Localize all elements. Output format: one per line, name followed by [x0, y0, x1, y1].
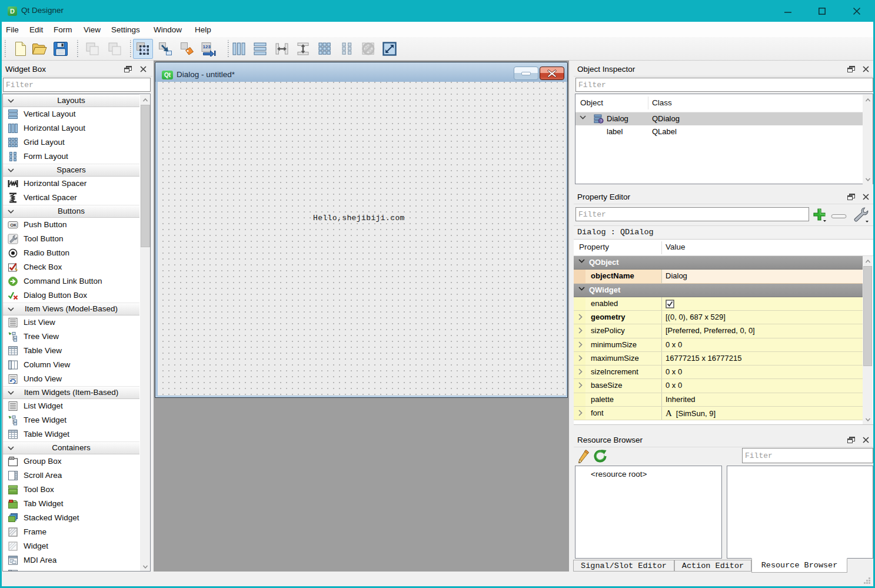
resource-browser-close-icon[interactable] — [863, 436, 872, 444]
widget-item-push-button[interactable]: OKPush Button — [3, 218, 139, 232]
widget-item-form-layout[interactable]: Form Layout — [3, 150, 139, 164]
widget-item-grid-layout[interactable]: Grid Layout — [3, 135, 139, 150]
scroll-up-button[interactable] — [863, 256, 873, 266]
widget-item-dock-widget[interactable]: Dock Widget — [3, 567, 139, 572]
widget-item-tool-button[interactable]: Tool Button — [3, 232, 139, 246]
widget-item-horizontal-layout[interactable]: Horizontal Layout — [3, 121, 139, 135]
menu-window[interactable]: Window — [154, 24, 182, 35]
object-inspector-float-icon[interactable] — [847, 65, 857, 74]
chevron-right-icon[interactable] — [578, 368, 583, 375]
widget-item-column-view[interactable]: Column View — [3, 358, 139, 372]
widget-item-list-widget[interactable]: List Widget — [3, 399, 139, 413]
widget-item-undo-view[interactable]: Undo View — [3, 372, 139, 386]
edit-signals-slots-button[interactable] — [155, 39, 175, 59]
layout-split-horizontal-button[interactable] — [272, 39, 292, 59]
object-inspector-close-icon[interactable] — [863, 65, 872, 74]
widget-item-tool-box[interactable]: Tool Box — [3, 483, 139, 497]
window-maximize-button[interactable] — [809, 0, 836, 22]
form-label[interactable]: Hello,shejibiji.com — [313, 214, 405, 222]
widget-box-close-icon[interactable] — [140, 65, 149, 74]
window-close-button[interactable] — [843, 0, 870, 22]
property-checkbox-checked[interactable] — [666, 300, 674, 308]
column-header-object[interactable]: Object — [580, 98, 603, 107]
edit-widgets-button[interactable] — [133, 39, 153, 59]
widget-category-buttons[interactable]: Buttons — [3, 205, 139, 218]
column-header-value[interactable]: Value — [666, 242, 686, 251]
tab-signal-slot-editor[interactable]: Signal/Slot Editor — [573, 560, 674, 572]
add-dynamic-property-button[interactable] — [813, 208, 827, 224]
property-row-qobject[interactable]: QObject — [574, 256, 863, 270]
widget-box-float-icon[interactable] — [124, 65, 134, 74]
edit-buddies-button[interactable] — [177, 39, 197, 59]
object-inspector-scrollbar[interactable] — [863, 95, 873, 184]
chevron-right-icon[interactable] — [578, 355, 583, 361]
edit-resources-button[interactable] — [577, 449, 590, 466]
chevron-down-icon[interactable] — [578, 259, 585, 263]
widget-item-tree-view[interactable]: Tree View — [3, 330, 139, 344]
widget-item-mdi-area[interactable]: MDI Area — [3, 553, 139, 567]
chevron-right-icon[interactable] — [578, 341, 583, 348]
widget-box-filter-input[interactable] — [3, 78, 151, 92]
scroll-down-button[interactable] — [863, 174, 873, 184]
scroll-up-button[interactable] — [140, 95, 151, 105]
layout-form-button[interactable] — [337, 39, 357, 59]
property-editor-filter-input[interactable] — [575, 207, 809, 221]
form-dialog-window[interactable]: Qt Dialog - untitled* Hello,shejibiji.co… — [155, 62, 568, 398]
layout-vertical-button[interactable] — [229, 39, 249, 59]
menu-view[interactable]: View — [84, 24, 101, 35]
widget-item-dialog-button-box[interactable]: Dialog Button Box — [3, 288, 139, 303]
property-row-basesize[interactable]: baseSize0 x 0 — [574, 379, 863, 393]
scroll-down-button[interactable] — [863, 414, 873, 424]
chevron-down-icon[interactable] — [580, 115, 586, 119]
widget-item-group-box[interactable]: Group Box — [3, 454, 139, 469]
widget-item-check-box[interactable]: Check Box — [3, 260, 139, 274]
widget-box-scrollbar[interactable] — [140, 95, 151, 572]
widget-item-command-link-button[interactable]: Command Link Button — [3, 274, 139, 288]
form-dialog-titlebar[interactable]: Qt Dialog - untitled* — [155, 62, 567, 82]
scroll-down-button[interactable] — [140, 562, 151, 572]
resize-grip-icon[interactable] — [863, 576, 871, 584]
resource-root-item[interactable]: <resource root> — [591, 470, 647, 479]
property-row-geometry[interactable]: geometry[(0, 0), 687 x 529] — [574, 311, 863, 324]
widget-item-vertical-spacer[interactable]: Vertical Spacer — [3, 191, 139, 205]
widget-item-scroll-area[interactable]: Scroll Area — [3, 469, 139, 483]
widget-item-radio-button[interactable]: Radio Button — [3, 246, 139, 260]
new-form-button[interactable] — [10, 39, 30, 59]
scroll-up-button[interactable] — [863, 95, 873, 105]
edit-tab-order-button[interactable]: 123 — [198, 39, 218, 59]
menu-file[interactable]: File — [6, 24, 19, 35]
break-layout-button[interactable] — [358, 39, 378, 59]
property-row-minimumsize[interactable]: minimumSize0 x 0 — [574, 338, 863, 352]
window-minimize-button[interactable] — [774, 0, 801, 22]
property-row-maximumsize[interactable]: maximumSize16777215 x 16777215 — [574, 352, 863, 366]
reload-resources-button[interactable] — [593, 449, 608, 466]
widget-category-layouts[interactable]: Layouts — [3, 94, 139, 107]
chevron-right-icon[interactable] — [578, 327, 583, 334]
widget-item-vertical-layout[interactable]: Vertical Layout — [3, 107, 139, 121]
widget-item-table-widget[interactable]: Table Widget — [3, 427, 139, 441]
scrollbar-thumb[interactable] — [863, 266, 872, 366]
widget-item-stacked-widget[interactable]: Stacked Widget — [3, 511, 139, 525]
menu-edit[interactable]: Edit — [29, 24, 43, 35]
copy-button[interactable] — [82, 39, 102, 59]
layout-split-vertical-button[interactable] — [293, 39, 313, 59]
remove-dynamic-property-button[interactable] — [831, 212, 847, 221]
column-header-class[interactable]: Class — [652, 98, 672, 107]
menu-form[interactable]: Form — [54, 24, 72, 35]
resource-browser-filter-input[interactable] — [742, 448, 873, 463]
property-editor-configure-button[interactable] — [851, 207, 869, 225]
resource-browser-float-icon[interactable] — [847, 436, 857, 444]
chevron-right-icon[interactable] — [578, 410, 583, 416]
column-header-property[interactable]: Property — [579, 242, 609, 251]
object-row-label[interactable]: labelQLabel — [575, 125, 863, 138]
property-row-palette[interactable]: paletteInherited — [574, 393, 863, 407]
layout-grid-button[interactable] — [315, 39, 335, 59]
paste-button[interactable] — [105, 39, 125, 59]
widget-item-horizontal-spacer[interactable]: Horizontal Spacer — [3, 177, 139, 191]
object-inspector-filter-input[interactable] — [575, 78, 873, 92]
save-form-button[interactable] — [51, 39, 71, 59]
menu-help[interactable]: Help — [195, 24, 211, 35]
property-row-sizeincrement[interactable]: sizeIncrement0 x 0 — [574, 366, 863, 379]
adjust-size-button[interactable] — [380, 39, 400, 59]
chevron-right-icon[interactable] — [578, 314, 583, 320]
